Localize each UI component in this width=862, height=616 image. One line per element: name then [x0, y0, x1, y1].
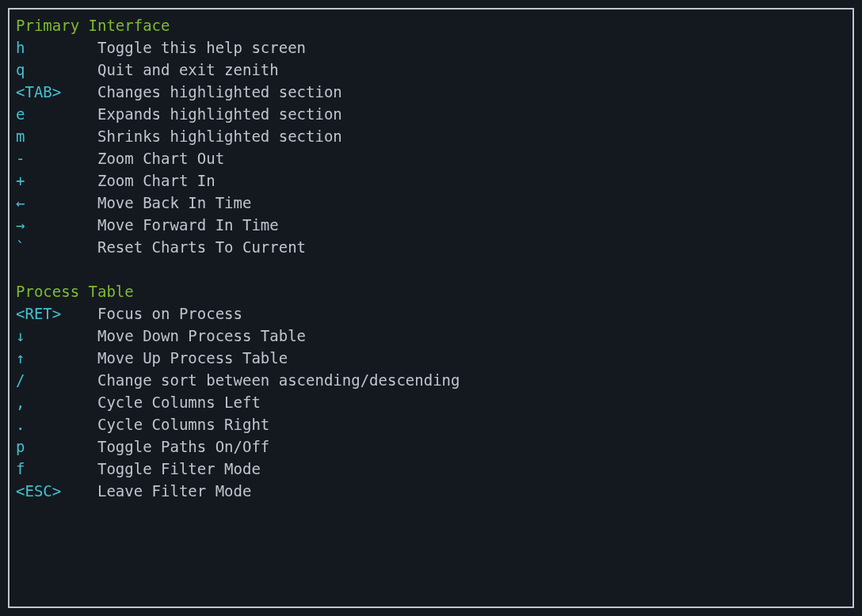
keybinding-row: <RET>Focus on Process [16, 302, 846, 325]
key-label: , [16, 391, 97, 413]
key-description: Leave Filter Mode [97, 482, 251, 500]
keybinding-row: eExpands highlighted section [16, 103, 846, 125]
keybinding-row: <ESC>Leave Filter Mode [16, 480, 846, 502]
key-description: Cycle Columns Right [97, 416, 269, 433]
help-panel: Primary Interface hToggle this help scre… [8, 8, 854, 608]
keybinding-row: mShrinks highlighted section [16, 125, 846, 147]
key-label: <ESC> [16, 480, 97, 502]
key-label: ← [16, 192, 97, 214]
key-description: Cycle Columns Left [97, 394, 261, 411]
key-label: m [16, 125, 97, 147]
section-spacer [16, 258, 846, 280]
key-label: f [16, 458, 97, 480]
keybinding-row: pToggle Paths On/Off [16, 435, 846, 458]
key-label: / [16, 369, 97, 391]
keybinding-row: .Cycle Columns Right [16, 413, 846, 435]
keybinding-row: ←Move Back In Time [16, 192, 846, 214]
keybinding-row: qQuit and exit zenith [16, 59, 846, 81]
section-title-primary: Primary Interface [16, 14, 846, 36]
key-description: Zoom Chart In [97, 172, 216, 189]
key-label: + [16, 169, 97, 192]
key-label: h [16, 36, 97, 59]
key-description: Move Down Process Table [97, 327, 306, 344]
key-description: Toggle Filter Mode [97, 460, 261, 477]
key-label: q [16, 59, 97, 81]
key-label: - [16, 147, 97, 169]
keybinding-row: ↓Move Down Process Table [16, 325, 846, 347]
keybinding-row: ↑Move Up Process Table [16, 347, 846, 369]
key-description: Move Back In Time [97, 194, 251, 211]
key-description: Quit and exit zenith [97, 61, 279, 78]
keybinding-row: fToggle Filter Mode [16, 458, 846, 480]
keybinding-row: +Zoom Chart In [16, 169, 846, 192]
keybinding-row: hToggle this help screen [16, 36, 846, 59]
key-label: p [16, 435, 97, 458]
key-description: Expands highlighted section [97, 105, 342, 123]
key-description: Reset Charts To Current [97, 238, 306, 256]
key-label: . [16, 413, 97, 435]
key-label: ` [16, 236, 97, 258]
keybinding-row: `Reset Charts To Current [16, 236, 846, 258]
key-description: Toggle Paths On/Off [97, 438, 269, 455]
keybinding-row: <TAB>Changes highlighted section [16, 81, 846, 103]
key-description: Move Forward In Time [97, 216, 279, 234]
key-description: Zoom Chart Out [97, 150, 224, 167]
key-description: Changes highlighted section [97, 83, 342, 101]
key-description: Shrinks highlighted section [97, 127, 342, 145]
key-description: Focus on Process [97, 305, 242, 322]
keybinding-row: /Change sort between ascending/descendin… [16, 369, 846, 391]
key-label: e [16, 103, 97, 125]
keybinding-row: ,Cycle Columns Left [16, 391, 846, 413]
keybinding-row: -Zoom Chart Out [16, 147, 846, 169]
key-label: → [16, 214, 97, 236]
keybinding-row: →Move Forward In Time [16, 214, 846, 236]
key-description: Change sort between ascending/descending [97, 371, 460, 389]
key-description: Toggle this help screen [97, 39, 306, 56]
key-label: ↓ [16, 325, 97, 347]
section-title-process-table: Process Table [16, 280, 846, 302]
key-label: <RET> [16, 302, 97, 325]
key-description: Move Up Process Table [97, 349, 288, 367]
key-label: <TAB> [16, 81, 97, 103]
key-label: ↑ [16, 347, 97, 369]
